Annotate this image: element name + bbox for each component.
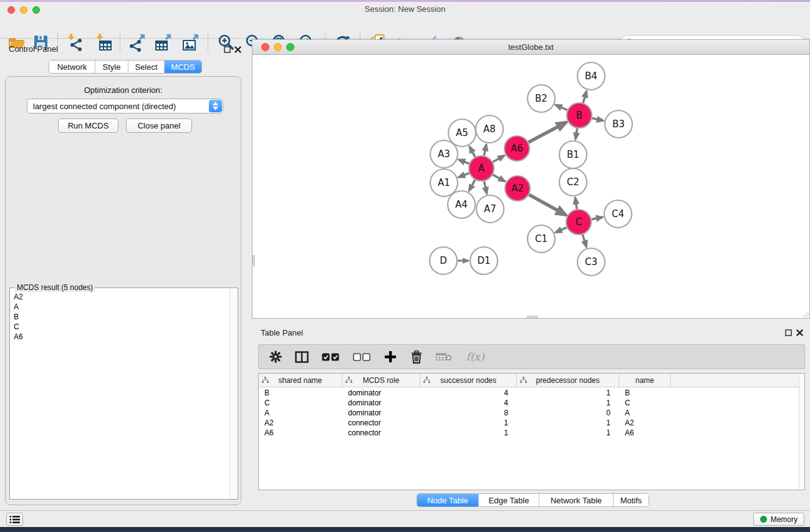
graph-edge-A-A8[interactable] <box>484 144 486 155</box>
table-cell[interactable]: 1 <box>517 398 619 408</box>
memory-status-icon <box>760 516 767 523</box>
mcds-result-item[interactable]: A <box>14 302 228 312</box>
graph-edge-B-B2[interactable] <box>556 105 567 110</box>
list-icon <box>9 515 20 524</box>
function-builder-icon[interactable]: f(x) <box>465 350 486 364</box>
column-header-successor-nodes[interactable]: successor nodes <box>420 374 517 387</box>
network-graph[interactable]: B4B2BB3A8A5A6A3B1AC2A1A2A4A7C4CC1C3DD1 <box>253 55 809 318</box>
tab-network[interactable]: Network <box>49 60 95 73</box>
table-panel-title: Table Panel <box>261 328 303 337</box>
table-cell[interactable]: dominator <box>342 398 420 408</box>
table-panel: Table Panel <box>252 324 810 510</box>
table-cell[interactable]: B <box>619 388 671 398</box>
table-settings-icon[interactable] <box>269 350 282 364</box>
table-row[interactable]: A2connector11A2 <box>259 418 804 428</box>
horizontal-scroll-indicator[interactable] <box>527 316 538 318</box>
close-panel-button[interactable]: Close panel <box>126 118 192 133</box>
tab-select[interactable]: Select <box>128 60 164 73</box>
table-cell[interactable]: A2 <box>619 418 671 428</box>
memory-button[interactable]: Memory <box>753 513 804 526</box>
table-cell[interactable]: 4 <box>420 398 517 408</box>
network-window-titlebar[interactable]: testGlobe.txt <box>253 40 809 55</box>
table-cell[interactable]: 1 <box>517 418 619 428</box>
float-table-panel-icon[interactable] <box>785 329 792 336</box>
graph-edge-A-A6[interactable] <box>493 155 504 162</box>
table-cell[interactable]: A <box>259 408 342 418</box>
graph-edge-A-A4[interactable] <box>469 180 475 191</box>
deselect-all-columns-icon[interactable] <box>352 350 371 364</box>
graph-edge-A2-C[interactable] <box>529 195 566 215</box>
mcds-result-item[interactable]: A2 <box>14 292 228 302</box>
node-table: shared nameMCDS rolesuccessor nodesprede… <box>258 373 805 490</box>
select-all-columns-icon[interactable] <box>321 350 340 364</box>
close-table-panel-icon[interactable] <box>796 329 803 336</box>
resize-grip-icon[interactable] <box>801 310 809 317</box>
network-canvas[interactable]: B4B2BB3A8A5A6A3B1AC2A1A2A4A7C4CC1C3DD1 <box>253 55 809 318</box>
graph-edge-A-A5[interactable] <box>470 147 475 157</box>
delete-table-icon[interactable] <box>436 350 452 364</box>
close-panel-icon[interactable] <box>234 46 241 53</box>
table-cell[interactable]: 1 <box>517 428 619 438</box>
graph-edge-C-C3[interactable] <box>582 235 586 247</box>
tab-network-table[interactable]: Network Table <box>539 494 613 506</box>
vertical-scroll-indicator[interactable] <box>253 255 255 266</box>
table-cell[interactable]: 8 <box>420 408 517 418</box>
graph-edge-C-C4[interactable] <box>592 217 603 220</box>
graph-edge-A-A2[interactable] <box>493 175 504 181</box>
result-list-scrollbar[interactable] <box>229 289 237 498</box>
graph-edge-B-B4[interactable] <box>583 91 587 103</box>
graph-edge-A-A1[interactable] <box>458 173 469 178</box>
tab-style[interactable]: Style <box>95 60 128 73</box>
mcds-result-list[interactable]: A2ABCA6 <box>14 292 228 496</box>
table-row[interactable]: Cdominator41C <box>259 398 804 408</box>
table-cell[interactable]: A6 <box>259 428 342 438</box>
table-cell[interactable]: A <box>619 408 671 418</box>
table-cell[interactable]: B <box>259 388 342 398</box>
graph-edge-B-B3[interactable] <box>592 118 603 121</box>
column-header-shared-name[interactable]: shared name <box>259 374 342 387</box>
graph-edge-A-A3[interactable] <box>458 160 469 164</box>
table-cell[interactable]: A6 <box>619 428 671 438</box>
table-cell[interactable]: 1 <box>420 428 517 438</box>
table-cell[interactable]: C <box>619 398 671 408</box>
table-cell[interactable]: 4 <box>420 388 517 398</box>
table-cell[interactable]: 0 <box>517 408 619 418</box>
table-cell[interactable]: dominator <box>342 408 420 418</box>
window-title: Session: New Session <box>0 4 810 14</box>
delete-column-trash-icon[interactable] <box>410 350 423 364</box>
table-row[interactable]: Bdominator41B <box>259 388 804 398</box>
table-cell[interactable]: C <box>259 398 342 408</box>
table-cell[interactable]: connector <box>342 418 420 428</box>
criterion-dropdown[interactable]: largest connected component (directed) <box>27 99 223 114</box>
split-panel-icon[interactable] <box>295 350 309 364</box>
tab-motifs[interactable]: Motifs <box>613 494 648 506</box>
tab-node-table[interactable]: Node Table <box>417 494 478 506</box>
table-cell[interactable]: A2 <box>259 418 342 428</box>
column-header-predecessor-nodes[interactable]: predecessor nodes <box>517 374 619 387</box>
table-row[interactable]: Adominator80A <box>259 408 804 418</box>
tab-edge-table[interactable]: Edge Table <box>478 494 539 506</box>
add-column-icon[interactable] <box>383 350 397 364</box>
column-header-name[interactable]: name <box>619 374 671 387</box>
graph-edge-B-B1[interactable] <box>576 128 577 140</box>
graph-edge-C-C2[interactable] <box>575 198 577 209</box>
graph-node-label-C3: C3 <box>585 256 597 268</box>
graph-node-label-C2: C2 <box>567 177 579 188</box>
table-cell[interactable]: 1 <box>517 388 619 398</box>
graph-edge-A-A7[interactable] <box>484 181 486 194</box>
run-mcds-button[interactable]: Run MCDS <box>58 118 118 133</box>
table-cell[interactable]: connector <box>342 428 420 438</box>
table-cell[interactable]: 1 <box>420 418 517 428</box>
mcds-result-item[interactable]: C <box>14 322 228 332</box>
mcds-result-item[interactable]: B <box>14 312 228 322</box>
table-cell[interactable]: dominator <box>342 388 420 398</box>
graph-edge-A6-B[interactable] <box>529 122 567 142</box>
mcds-result-item[interactable]: A6 <box>14 332 228 342</box>
table-row[interactable]: A6connector11A6 <box>259 428 804 438</box>
column-header-mcds-role[interactable]: MCDS role <box>342 374 420 387</box>
table-scrollbar[interactable] <box>799 374 804 490</box>
graph-edge-C-C1[interactable] <box>556 228 567 233</box>
tab-mcds[interactable]: MCDS <box>164 60 201 73</box>
float-panel-icon[interactable] <box>224 46 231 53</box>
task-history-button[interactable] <box>6 513 23 526</box>
